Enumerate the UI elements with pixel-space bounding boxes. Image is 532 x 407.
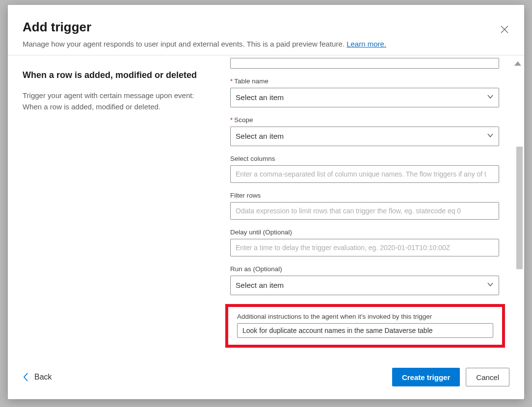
left-pane: When a row is added, modified or deleted…: [8, 55, 221, 358]
chevron-down-icon: [487, 93, 494, 102]
dialog-footer: Back Create trigger Cancel: [8, 358, 524, 399]
trigger-type-description: Trigger your agent with certain message …: [23, 90, 207, 112]
run-as-label: Run as (Optional): [230, 265, 499, 273]
table-name-label: *Table name: [230, 77, 499, 85]
scope-select[interactable]: Select an item: [230, 127, 499, 146]
delay-until-label: Delay until (Optional): [230, 229, 499, 236]
run-as-group: Run as (Optional) Select an item: [230, 265, 499, 295]
select-columns-group: Select columns: [230, 155, 499, 183]
scroll-up-icon[interactable]: [514, 61, 521, 66]
select-columns-label: Select columns: [230, 155, 499, 162]
required-indicator: *: [230, 116, 233, 124]
chevron-down-icon: [487, 132, 494, 141]
dialog-title: Add trigger: [23, 20, 509, 35]
scrollbar-thumb[interactable]: [516, 147, 523, 269]
cancel-button[interactable]: Cancel: [466, 368, 509, 386]
select-value: Select an item: [236, 281, 284, 290]
run-as-select[interactable]: Select an item: [230, 276, 499, 295]
footer-actions: Create trigger Cancel: [392, 368, 509, 386]
instructions-label: Additional instructions to the agent whe…: [237, 313, 493, 320]
back-label: Back: [34, 373, 52, 382]
filter-rows-label: Filter rows: [230, 192, 499, 199]
back-button[interactable]: Back: [23, 372, 52, 382]
scope-group: *Scope Select an item: [230, 116, 499, 146]
label-text: Table name: [234, 77, 268, 85]
dialog-subtitle: Manage how your agent responds to user i…: [23, 40, 509, 48]
required-indicator: *: [230, 77, 233, 85]
learn-more-link[interactable]: Learn more.: [346, 40, 386, 48]
filter-rows-group: Filter rows: [230, 192, 499, 220]
table-name-group: *Table name Select an item: [230, 77, 499, 107]
trigger-type-title: When a row is added, modified or deleted: [23, 70, 207, 80]
create-trigger-button[interactable]: Create trigger: [392, 368, 460, 386]
table-name-select[interactable]: Select an item: [230, 88, 499, 107]
add-trigger-dialog: Add trigger Manage how your agent respon…: [8, 5, 524, 399]
scope-label: *Scope: [230, 116, 499, 124]
close-button[interactable]: [498, 23, 511, 36]
dialog-header: Add trigger Manage how your agent respon…: [8, 5, 524, 55]
instructions-highlight: Additional instructions to the agent whe…: [225, 304, 505, 348]
select-columns-input[interactable]: [230, 165, 499, 183]
select-value: Select an item: [236, 132, 284, 141]
close-icon: [500, 25, 509, 34]
instructions-input[interactable]: [237, 323, 493, 338]
select-value: Select an item: [236, 93, 284, 102]
partial-field-above[interactable]: [230, 58, 499, 69]
instructions-group: Additional instructions to the agent whe…: [237, 313, 493, 338]
label-text: Scope: [234, 116, 253, 124]
chevron-down-icon: [487, 281, 494, 290]
chevron-left-icon: [23, 372, 29, 382]
subtitle-text: Manage how your agent responds to user i…: [23, 40, 346, 48]
form-pane[interactable]: *Table name Select an item *Scope Select…: [221, 55, 524, 358]
delay-until-group: Delay until (Optional): [230, 229, 499, 256]
filter-rows-input[interactable]: [230, 202, 499, 220]
delay-until-input[interactable]: [230, 239, 499, 256]
dialog-body: When a row is added, modified or deleted…: [8, 55, 524, 358]
